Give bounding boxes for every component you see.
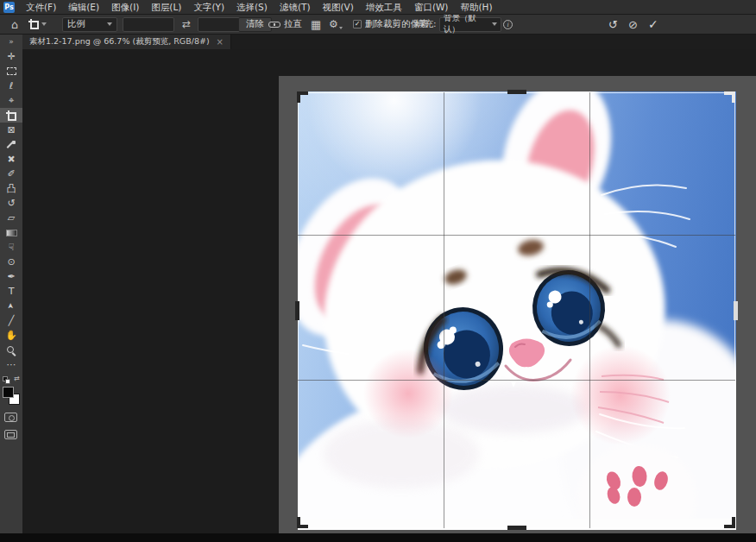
straighten-button[interactable]: 拉直 bbox=[268, 18, 302, 30]
default-colors-control[interactable]: ⇄ bbox=[3, 375, 20, 385]
frame-tool-icon: ⊠ bbox=[7, 125, 15, 135]
zoom-tool[interactable] bbox=[0, 343, 22, 357]
line-tool-icon: ╱ bbox=[9, 316, 15, 325]
rectangular-marquee-tool[interactable] bbox=[0, 64, 22, 79]
aspect-preset-select[interactable]: 比例 bbox=[62, 17, 117, 32]
eraser-tool[interactable]: ▱ bbox=[0, 211, 22, 225]
cancel-crop-icon[interactable]: ⊘ bbox=[628, 18, 638, 31]
lasso-tool-icon: ℓ bbox=[9, 81, 14, 91]
fill-label: 填充: bbox=[415, 18, 437, 30]
overlay-options-icon[interactable]: ▦ bbox=[311, 18, 321, 31]
eyedropper-tool[interactable] bbox=[0, 137, 22, 152]
commit-crop-icon[interactable]: ✓ bbox=[648, 17, 658, 31]
straighten-label: 拉直 bbox=[284, 18, 302, 30]
menu-bar: Ps 文件(F)编辑(E)图像(I)图层(L)文字(Y)选择(S)滤镜(T)视图… bbox=[0, 0, 756, 15]
fill-select[interactable]: 背景（默认） bbox=[439, 17, 501, 32]
chevron-down-icon bbox=[492, 22, 497, 26]
crop-handle-bottom-left[interactable] bbox=[297, 517, 308, 528]
tab-close-icon[interactable]: × bbox=[217, 37, 224, 47]
menu-item-1[interactable]: 编辑(E) bbox=[62, 0, 105, 14]
spot-healing-brush-tool[interactable]: ✚ bbox=[0, 152, 22, 167]
photoshop-window: Ps 文件(F)编辑(E)图像(I)图层(L)文字(Y)选择(S)滤镜(T)视图… bbox=[0, 0, 756, 542]
crop-settings-gear-icon[interactable]: ⚙ bbox=[329, 18, 343, 30]
document-tab[interactable]: 素材1.2-17.png @ 66.7% (裁剪预览, RGB/8#) × bbox=[22, 35, 231, 49]
chevron-down-icon bbox=[339, 27, 343, 29]
crop-tool[interactable] bbox=[0, 108, 22, 123]
menu-items: 文件(F)编辑(E)图像(I)图层(L)文字(Y)选择(S)滤镜(T)视图(V)… bbox=[20, 0, 499, 14]
document-tab-title: 素材1.2-17.png @ 66.7% (裁剪预览, RGB/8#) bbox=[29, 36, 210, 47]
crop-handle-top-left[interactable] bbox=[297, 91, 308, 103]
object-selection-tool-icon: ⌖ bbox=[9, 96, 14, 105]
spot-healing-brush-tool-icon: ✚ bbox=[5, 153, 17, 165]
menu-item-4[interactable]: 文字(Y) bbox=[187, 0, 230, 14]
hand-tool-icon: ✋ bbox=[5, 331, 17, 340]
rectangular-marquee-tool-icon bbox=[7, 67, 16, 75]
thirds-grid-vertical-1 bbox=[444, 92, 444, 528]
dodge-tool-icon: ⊙ bbox=[7, 257, 15, 267]
clear-button[interactable]: 清除 bbox=[238, 17, 272, 32]
pen-tool[interactable]: ✒ bbox=[0, 269, 22, 284]
menu-item-2[interactable]: 图像(I) bbox=[105, 0, 145, 14]
path-selection-tool-icon: ➤ bbox=[7, 303, 15, 310]
thirds-grid-vertical-2 bbox=[589, 92, 590, 528]
menu-item-8[interactable]: 增效工具 bbox=[360, 0, 408, 14]
edit-toolbar-icon: ⋯ bbox=[7, 360, 16, 369]
crop-handle-top-right[interactable] bbox=[724, 91, 735, 103]
screen-mode-button[interactable] bbox=[4, 430, 17, 439]
smudge-tool-icon: ☟ bbox=[9, 243, 15, 252]
pen-tool-icon: ✒ bbox=[7, 272, 15, 281]
tool-list: ✛ℓ⌖⊠✚✐凸↺▱☟⊙✒T➤╱✋⋯ bbox=[0, 49, 22, 372]
clone-stamp-tool[interactable]: 凸 bbox=[0, 181, 22, 196]
home-icon[interactable]: ⌂ bbox=[11, 18, 18, 31]
default-background-swatch bbox=[5, 379, 10, 384]
aspect-preset-value: 比例 bbox=[67, 18, 85, 30]
thirds-grid-horizontal-2 bbox=[298, 380, 735, 381]
brush-tool[interactable]: ✐ bbox=[0, 167, 22, 181]
gradient-tool-icon bbox=[6, 230, 17, 236]
smudge-tool[interactable]: ☟ bbox=[0, 240, 22, 255]
quick-mask-mode-button[interactable] bbox=[4, 413, 17, 422]
menu-item-3[interactable]: 图层(L) bbox=[145, 0, 187, 14]
crop-handle-bottom[interactable] bbox=[507, 526, 526, 530]
path-selection-tool[interactable]: ➤ bbox=[0, 299, 22, 313]
foreground-color-swatch[interactable] bbox=[3, 387, 14, 398]
menu-item-0[interactable]: 文件(F) bbox=[20, 0, 62, 14]
edit-toolbar[interactable]: ⋯ bbox=[0, 357, 22, 372]
swap-dimensions-icon[interactable]: ⇄ bbox=[182, 18, 191, 30]
info-icon[interactable]: i bbox=[503, 20, 513, 29]
object-selection-tool[interactable]: ⌖ bbox=[0, 93, 22, 108]
frame-tool[interactable]: ⊠ bbox=[0, 123, 22, 137]
menu-item-5[interactable]: 选择(S) bbox=[230, 0, 274, 14]
menu-item-9[interactable]: 窗口(W) bbox=[408, 0, 455, 14]
dodge-tool[interactable]: ⊙ bbox=[0, 255, 22, 269]
canvas-image[interactable] bbox=[298, 91, 736, 530]
crop-handle-top[interactable] bbox=[507, 90, 526, 94]
swap-colors-icon[interactable]: ⇄ bbox=[14, 375, 20, 382]
move-tool[interactable]: ✛ bbox=[0, 49, 22, 64]
delete-cropped-pixels-checkbox[interactable]: ✓ bbox=[353, 20, 362, 28]
move-tool-icon: ✛ bbox=[7, 52, 15, 61]
current-tool-icon[interactable] bbox=[28, 19, 47, 29]
left-cheek-blush bbox=[363, 349, 453, 438]
crop-width-input[interactable] bbox=[123, 17, 174, 32]
crop-handle-left[interactable] bbox=[295, 301, 299, 320]
history-brush-tool[interactable]: ↺ bbox=[0, 196, 22, 211]
crop-handle-bottom-right[interactable] bbox=[724, 517, 735, 528]
reset-crop-icon[interactable]: ↺ bbox=[608, 18, 618, 31]
straighten-icon bbox=[268, 22, 280, 28]
line-tool[interactable]: ╱ bbox=[0, 313, 22, 328]
menu-item-6[interactable]: 滤镜(T) bbox=[274, 0, 317, 14]
lasso-tool[interactable]: ℓ bbox=[0, 79, 22, 93]
toolbar-collapse-chevron[interactable]: » bbox=[0, 35, 22, 49]
hand-tool[interactable]: ✋ bbox=[0, 328, 22, 343]
crop-handle-right[interactable] bbox=[734, 301, 738, 320]
brush-tool-icon: ✐ bbox=[7, 169, 15, 179]
chevron-down-icon bbox=[107, 22, 112, 26]
menu-item-10[interactable]: 帮助(H) bbox=[454, 0, 498, 14]
chevron-down-icon bbox=[41, 22, 47, 26]
clear-button-label: 清除 bbox=[246, 18, 264, 30]
type-tool[interactable]: T bbox=[0, 284, 22, 299]
gradient-tool[interactable] bbox=[0, 225, 22, 240]
window-bottom-edge bbox=[0, 533, 756, 542]
menu-item-7[interactable]: 视图(V) bbox=[316, 0, 359, 14]
